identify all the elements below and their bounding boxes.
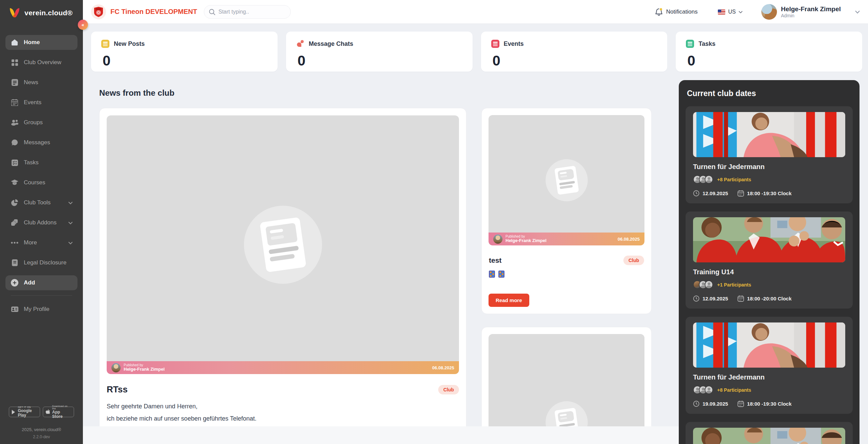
sidebar-item-label: Tasks — [24, 159, 38, 166]
event-time: 18:00 -19:30 Clock — [747, 401, 792, 407]
calendar-icon — [738, 295, 744, 302]
news-post-side[interactable]: Published by Helge-Frank Zimpel 06.08.20… — [481, 108, 652, 314]
stat-card-tasks[interactable]: Tasks 0 — [676, 32, 862, 72]
message-chats-icon — [296, 40, 304, 48]
stat-value: 0 — [103, 53, 267, 69]
sidebar-item-tasks[interactable]: Tasks — [5, 155, 77, 170]
sidebar: verein.cloud® « Home Club Overview News — [0, 0, 83, 444]
event-meta: 12.09.2025 18:00 -20:00 Clock — [693, 295, 845, 302]
event-card[interactable]: Turnen für Jedermann +8 Participants 19.… — [686, 317, 853, 414]
event-title: Turnen für Jedermann — [693, 373, 845, 381]
stat-label: Events — [504, 40, 524, 48]
badge-top-text: Download on the — [52, 405, 71, 410]
participants-count: +8 Participants — [717, 177, 751, 182]
author-avatar — [493, 235, 502, 244]
sidebar-collapse-button[interactable]: « — [78, 20, 88, 30]
notifications-button[interactable]: Notifications — [655, 8, 698, 16]
event-meta: 19.09.2025 18:00 -19:30 Clock — [693, 401, 845, 407]
groups-icon — [11, 119, 18, 126]
sidebar-item-home[interactable]: Home — [5, 35, 77, 50]
user-menu[interactable]: Helge-Frank Zimpel Admin — [761, 4, 841, 20]
author-avatar — [111, 363, 121, 372]
user-name: Helge-Frank Zimpel — [781, 5, 841, 13]
sidebar-item-label: Club Tools — [24, 199, 51, 206]
event-title: Training U14 — [693, 268, 845, 276]
sidebar-item-more[interactable]: More — [5, 235, 77, 250]
sidebar-item-events[interactable]: Events — [5, 95, 77, 110]
google-play-badge[interactable]: GET IT ONGoogle Play — [9, 407, 40, 417]
participant-avatar — [705, 175, 713, 184]
post-image-placeholder: Published by Helge-Frank Zimpel 06.08.20… — [489, 115, 644, 245]
sidebar-nav: Home Club Overview News Events — [5, 35, 77, 322]
chevron-down-icon[interactable] — [855, 11, 860, 14]
event-card[interactable]: Training U14 +1 Participants 12.09.2025 … — [686, 211, 853, 309]
event-card[interactable]: Turnen für Jedermann +8 Participants 12.… — [686, 106, 853, 203]
stat-value: 0 — [493, 53, 657, 69]
club-dates-title: Current club dates — [687, 89, 853, 98]
sidebar-item-club-addons[interactable]: Club Addons — [5, 215, 77, 230]
event-time: 18:00 -20:00 Clock — [747, 296, 792, 301]
event-photo-gym — [693, 112, 845, 157]
apple-icon — [46, 409, 50, 415]
sidebar-item-club-tools[interactable]: Club Tools — [5, 195, 77, 210]
badge-bottom-text: App Store — [52, 410, 71, 419]
club-crest-icon — [91, 4, 106, 19]
sidebar-item-label: Groups — [24, 119, 43, 126]
sidebar-item-courses[interactable]: Courses — [5, 175, 77, 190]
new-posts-icon — [101, 40, 109, 48]
post-title: test — [489, 256, 501, 264]
id-card-icon — [11, 306, 18, 313]
sidebar-item-news[interactable]: News — [5, 75, 77, 90]
sidebar-item-label: Events — [24, 99, 41, 106]
event-meta: 12.09.2025 18:00 -19:30 Clock — [693, 190, 845, 197]
sidebar-item-messages[interactable]: Messages — [5, 135, 77, 150]
badge-bottom-text: Google Play — [18, 409, 37, 418]
clock-icon — [693, 190, 699, 197]
google-play-icon — [12, 409, 16, 415]
stat-card-message-chats[interactable]: Message Chats 0 — [286, 32, 473, 72]
post-category-badge: Club — [623, 256, 644, 265]
stat-value: 0 — [298, 53, 462, 69]
app-store-badge[interactable]: Download on theApp Store — [43, 407, 74, 417]
post-category-badge: Club — [438, 385, 459, 394]
verein-cloud-logo-icon — [9, 7, 20, 18]
news-section-title: News from the club — [99, 88, 174, 98]
club-switcher[interactable]: FC Tineon DEVELOPMENT — [91, 4, 197, 19]
calendar-icon — [11, 99, 18, 106]
viewport-cut-band — [83, 426, 679, 444]
post-author: Helge-Frank Zimpel — [124, 367, 165, 372]
post-image-placeholder: Published by Helge-Frank Zimpel 06.08.20… — [107, 115, 459, 374]
sidebar-item-label: More — [24, 239, 37, 246]
sidebar-divider — [11, 295, 72, 296]
sidebar-item-club-overview[interactable]: Club Overview — [5, 55, 77, 70]
sidebar-item-legal-disclosure[interactable]: Legal Disclosure — [5, 255, 77, 270]
clock-icon — [693, 401, 699, 407]
event-card[interactable]: Training U14 — [686, 422, 853, 444]
stats-row: New Posts 0 Message Chats 0 Events 0 — [91, 32, 862, 72]
sidebar-item-add[interactable]: Add — [5, 275, 77, 290]
sidebar-item-label: Add — [24, 279, 35, 286]
pie-chart-icon — [11, 199, 18, 206]
event-date: 12.09.2025 — [703, 190, 728, 196]
chevron-down-icon — [68, 199, 73, 206]
stat-card-events[interactable]: Events 0 — [481, 32, 668, 72]
event-photo-soccer — [693, 217, 845, 262]
club-dates-panel: Current club dates Turnen für Jedermann … — [679, 80, 860, 444]
language-selector[interactable]: US — [718, 9, 742, 15]
news-post-main[interactable]: Published by Helge-Frank Zimpel 06.08.20… — [99, 108, 466, 444]
sidebar-item-groups[interactable]: Groups — [5, 115, 77, 130]
search-input[interactable] — [218, 9, 276, 15]
sidebar-item-my-profile[interactable]: My Profile — [5, 302, 77, 317]
event-date: 12.09.2025 — [703, 296, 728, 301]
read-more-button[interactable]: Read more — [489, 294, 529, 307]
stat-card-new-posts[interactable]: New Posts 0 — [91, 32, 278, 72]
stat-label: Message Chats — [309, 40, 353, 48]
layers-icon — [11, 219, 18, 226]
global-search[interactable] — [204, 5, 291, 19]
participants-count: +1 Participants — [717, 282, 751, 288]
club-name: FC Tineon DEVELOPMENT — [110, 8, 197, 16]
stat-label: Tasks — [698, 40, 715, 48]
brand-logo-text: verein.cloud® — [24, 9, 73, 17]
search-icon — [209, 9, 215, 15]
chevron-down-icon — [68, 219, 73, 226]
